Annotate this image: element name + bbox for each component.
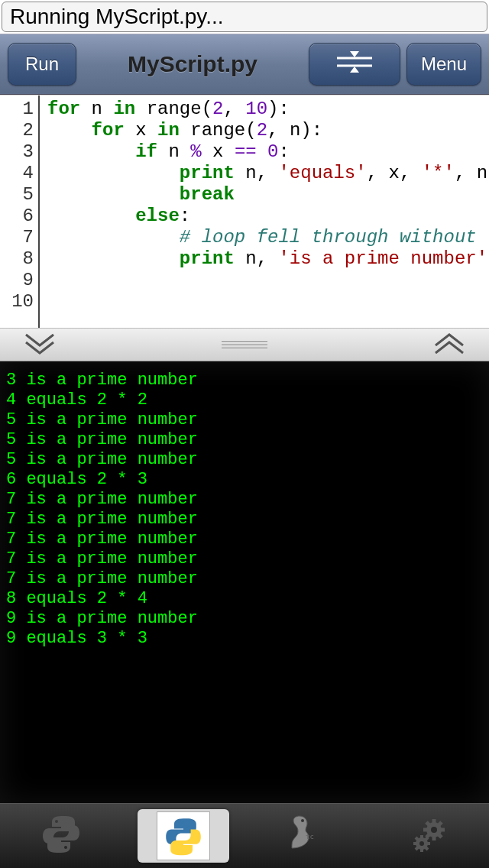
console-line: 7 is a prime number [6,530,483,549]
console-line: 4 equals 2 * 2 [6,390,483,410]
line-number: 3 [0,141,34,163]
output-console[interactable]: 3 is a prime number4 equals 2 * 25 is a … [0,361,489,803]
split-icon [335,49,374,79]
code-line[interactable]: print n, 'equals', x, '*', n [47,163,487,184]
page-title: MyScript.py [83,51,303,77]
svg-point-5 [419,841,424,846]
code-line[interactable]: else: [47,206,487,227]
status-text: Running MyScript.py... [10,5,224,29]
console-line: 7 is a prime number [6,510,483,530]
code-line[interactable] [47,270,487,291]
drag-handle-icon[interactable] [222,342,267,348]
line-number: 4 [0,163,34,184]
run-button[interactable]: Run [8,43,76,86]
console-line: 7 is a prime number [6,490,483,510]
console-line: 5 is a prime number [6,410,483,430]
tab-python[interactable] [15,809,107,863]
line-number: 1 [0,99,34,120]
svg-text:tc: tc [306,833,314,840]
pane-divider[interactable] [0,328,489,361]
code-line[interactable]: for n in range(2, 10): [47,99,487,120]
chevron-up-icon[interactable] [432,332,466,358]
console-line: 9 is a prime number [6,609,483,629]
console-line: 7 is a prime number [6,549,483,569]
document-icon [157,811,210,860]
python-icon [38,811,84,860]
code-line[interactable]: break [47,184,487,206]
console-line: 9 equals 3 * 3 [6,629,483,649]
toolbar: Run MyScript.py Menu [0,34,489,95]
menu-label: Menu [421,53,467,75]
console-line: 5 is a prime number [6,450,483,470]
console-line: 8 equals 2 * 4 [6,589,483,609]
tab-script[interactable] [138,809,229,863]
svg-point-0 [301,819,304,822]
code-line[interactable]: for x in range(2, n): [47,120,487,141]
line-number-gutter: 12345678910 [0,96,40,328]
console-line: 6 equals 2 * 3 [6,470,483,490]
gear-icon [405,811,451,860]
code-line[interactable]: # loop fell through without [47,227,487,248]
tab-bar: tc [0,803,489,868]
line-number: 9 [0,270,34,291]
chevron-down-icon[interactable] [23,332,57,358]
run-label: Run [25,53,59,75]
snake-icon: tc [283,811,329,860]
tab-game[interactable]: tc [260,809,351,863]
line-number: 2 [0,120,34,141]
line-number: 5 [0,184,34,206]
code-line[interactable]: print n, 'is a prime number' [47,248,487,270]
line-number: 7 [0,227,34,248]
tab-settings[interactable] [382,809,474,863]
svg-point-3 [431,827,437,833]
line-number: 10 [0,291,34,313]
console-line: 3 is a prime number [6,371,483,390]
code-line[interactable] [47,291,487,313]
code-content[interactable]: for n in range(2, 10): for x in range(2,… [40,96,487,328]
menu-button[interactable]: Menu [406,43,481,86]
code-editor[interactable]: 12345678910 for n in range(2, 10): for x… [0,95,489,328]
line-number: 8 [0,248,34,270]
code-line[interactable]: if n % x == 0: [47,141,487,163]
console-line: 7 is a prime number [6,569,483,589]
line-number: 6 [0,206,34,227]
console-line: 5 is a prime number [6,430,483,450]
status-bar: Running MyScript.py... [2,2,487,32]
split-button[interactable] [309,43,400,86]
